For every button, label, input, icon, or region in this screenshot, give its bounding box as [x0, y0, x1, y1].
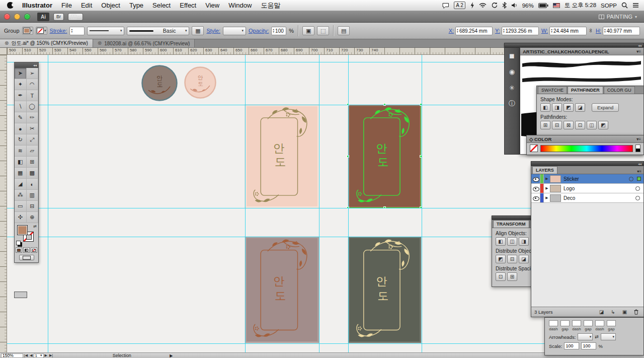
x-label[interactable]: X:: [449, 28, 454, 34]
dash-input[interactable]: [607, 320, 616, 326]
mesh-tool[interactable]: ▦: [15, 168, 27, 179]
x-value[interactable]: [459, 28, 491, 34]
shape-mode-button[interactable]: ◪: [575, 103, 585, 112]
distribute-button[interactable]: ◩: [496, 255, 506, 263]
next-artboard-button[interactable]: ▶: [44, 353, 48, 357]
zoom-level-input[interactable]: [1, 353, 23, 358]
volume-icon[interactable]: [511, 3, 518, 8]
vertical-ruler[interactable]: [0, 55, 7, 352]
wifi-icon[interactable]: [479, 3, 487, 8]
shape-mode-button[interactable]: ◧: [540, 103, 550, 112]
opacity-value[interactable]: [275, 28, 285, 34]
layer-target-icon[interactable]: [629, 177, 633, 181]
selection-handle[interactable]: [347, 155, 349, 158]
none-mode-button[interactable]: [31, 247, 37, 253]
y-value[interactable]: [506, 28, 537, 34]
type-tool[interactable]: T: [27, 90, 39, 101]
tab-swatche[interactable]: SWATCHE: [538, 86, 567, 94]
status-menu-arrow[interactable]: ▶: [170, 353, 173, 358]
last-artboard-button[interactable]: ▶|: [48, 353, 54, 357]
shape-builder-tool[interactable]: ◧: [15, 157, 27, 168]
align-button[interactable]: ◫: [507, 237, 517, 246]
label-card-brown[interactable]: 안 도: [348, 105, 421, 208]
tab-pathfinder[interactable]: PATHFINDER: [568, 86, 603, 94]
align-options-button[interactable]: ▤: [338, 26, 350, 35]
lasso-tool[interactable]: ◠: [27, 79, 39, 90]
none-color-swatch[interactable]: [530, 145, 538, 152]
tab-color-gu[interactable]: COLOR GU: [604, 86, 635, 94]
align-button[interactable]: ◨: [519, 237, 529, 246]
align-button[interactable]: ◧: [496, 237, 506, 246]
new-layer-button[interactable]: ▣: [620, 309, 629, 316]
selection-tool[interactable]: ➤: [15, 68, 27, 79]
pathfinder-button[interactable]: ⊟: [552, 121, 562, 129]
color-spectrum-bar[interactable]: [540, 145, 633, 152]
menu-item-7[interactable]: View: [201, 2, 224, 9]
input-source-badge[interactable]: A 2: [454, 2, 465, 9]
spotlight-search-icon[interactable]: [621, 2, 628, 9]
menu-item-4[interactable]: Type: [125, 2, 148, 9]
arrowhead-end-dropdown[interactable]: ▾: [601, 333, 616, 340]
fill-color-swatch[interactable]: ▾: [22, 27, 34, 35]
appearance-panel-icon[interactable]: ✳: [507, 83, 517, 92]
w-input[interactable]: ▴▾: [549, 27, 587, 35]
layer-target-icon[interactable]: [635, 196, 640, 200]
dash-input[interactable]: [584, 320, 593, 326]
ruler-origin-corner[interactable]: [0, 48, 7, 55]
layer-row-sticker[interactable]: ▶Sticker: [531, 174, 643, 184]
tab-close-icon[interactable]: ⊗: [5, 41, 9, 46]
expand-layer-icon[interactable]: ▶: [544, 186, 550, 190]
menubar-username[interactable]: SOPP: [601, 3, 617, 9]
visibility-eye-icon[interactable]: [531, 193, 540, 202]
scale-end-value[interactable]: [583, 343, 596, 348]
collapse-diamond-icon[interactable]: ◇: [529, 136, 533, 142]
first-artboard-button[interactable]: |◀: [23, 353, 29, 357]
tab-transform[interactable]: TRANSFORM: [493, 220, 529, 228]
navigator-panel-icon[interactable]: ◉: [507, 67, 517, 76]
zoom-value[interactable]: [2, 353, 23, 358]
panel-dock-header[interactable]: ◂◂: [504, 43, 644, 47]
pathfinder-button[interactable]: ⊞: [540, 121, 550, 129]
gradient-tool[interactable]: ▩: [27, 168, 39, 179]
default-fill-stroke-icon[interactable]: [16, 241, 21, 245]
distribute-button[interactable]: ◪: [519, 255, 529, 263]
menu-item-9[interactable]: 도움말: [256, 2, 285, 9]
opacity-panel-link[interactable]: Opacity:: [249, 28, 269, 34]
notification-bubble-icon[interactable]: [442, 3, 449, 9]
expand-button[interactable]: Expand: [592, 103, 619, 112]
zoom-window-button[interactable]: [24, 14, 30, 20]
tools-panel-header[interactable]: ◂◂: [15, 62, 38, 68]
label-card-olive[interactable]: 안 도: [348, 237, 421, 343]
rotate-tool[interactable]: ↻: [15, 134, 27, 146]
bluetooth-icon[interactable]: [502, 2, 507, 9]
shape-mode-button[interactable]: ◩: [564, 103, 574, 112]
notification-center-icon[interactable]: [632, 3, 639, 8]
width-tool[interactable]: ≋: [15, 146, 27, 157]
pen-tool[interactable]: ✒: [15, 90, 27, 101]
perspective-grid-tool[interactable]: ⊞: [27, 157, 39, 168]
free-transform-tool[interactable]: ▱: [27, 146, 39, 157]
make-clipping-mask-button[interactable]: ◪: [597, 309, 606, 316]
badge-pink[interactable]: 안 도: [184, 66, 216, 99]
slice-tool[interactable]: ⊟: [27, 201, 39, 212]
collapsed-panel-nub[interactable]: [14, 292, 27, 298]
panel-menu-icon[interactable]: ▾≡: [637, 169, 643, 174]
distribute-spacing-button[interactable]: ⊞: [507, 272, 517, 281]
selection-handle[interactable]: [347, 103, 349, 106]
selection-handle[interactable]: [420, 103, 422, 106]
status-indicator[interactable]: Selection: [84, 353, 159, 358]
blob-brush-tool[interactable]: ●: [15, 123, 27, 134]
menu-item-2[interactable]: Edit: [76, 2, 97, 9]
pathfinder-button[interactable]: ◫: [587, 121, 597, 129]
color-mode-button[interactable]: [16, 247, 22, 253]
dash-input[interactable]: [572, 320, 581, 326]
swap-fill-stroke-icon[interactable]: ⇄: [33, 224, 37, 229]
x-input[interactable]: ▴▾: [455, 27, 493, 35]
badge-taupe[interactable]: 안 도: [141, 65, 178, 101]
artboard-number[interactable]: [35, 353, 40, 358]
dash-input[interactable]: [549, 320, 558, 326]
menu-item-8[interactable]: Window: [224, 2, 256, 9]
layer-name[interactable]: Deco: [564, 195, 635, 201]
delete-layer-button[interactable]: [632, 309, 640, 316]
workspace-switcher[interactable]: PAINTING ▾: [599, 14, 637, 20]
